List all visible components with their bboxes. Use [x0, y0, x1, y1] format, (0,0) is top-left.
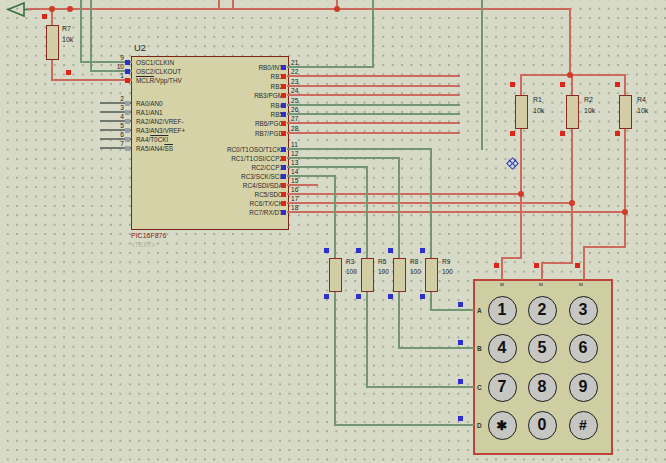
logic-state-square	[458, 340, 463, 345]
wire	[624, 127, 626, 248]
logic-state-square	[281, 103, 286, 108]
keypad-row-label: B	[477, 345, 482, 352]
wire	[287, 193, 522, 195]
logic-state-square	[281, 131, 286, 136]
ic-pin-name: RC2/CCP1	[133, 164, 283, 171]
wire	[366, 289, 368, 388]
wire	[334, 289, 336, 426]
ic-pin-name: RC6/TX/CK	[133, 200, 283, 207]
junction-dot	[569, 200, 575, 206]
keypad-key-0[interactable]: 0	[528, 411, 557, 440]
resistor-value: 100	[346, 268, 357, 275]
logic-state-square	[281, 210, 286, 215]
wire	[501, 257, 503, 280]
keypad-key-5[interactable]: 5	[528, 334, 557, 363]
wire	[541, 262, 543, 280]
resistor-r1[interactable]	[515, 95, 528, 129]
wire	[583, 246, 626, 248]
ic-pin-number: 21	[291, 59, 298, 66]
resistor-r5[interactable]	[361, 258, 374, 292]
schematic-canvas: U2 PIC16F876 <TEXT> OSC1/CLKIN9OSC2/CLKO…	[0, 0, 666, 463]
ic-pin-number: 5	[104, 122, 124, 129]
logic-state-square	[560, 131, 565, 136]
logic-state-square	[458, 302, 463, 307]
keypad-key-✱[interactable]: ✱	[488, 411, 517, 440]
resistor-ref: R4	[637, 96, 646, 103]
keypad-row-label: D	[477, 422, 482, 429]
ic-pin-number: 14	[291, 168, 298, 175]
resistor-r2[interactable]	[566, 95, 579, 129]
power-terminal-icon[interactable]	[5, 1, 33, 19]
wire	[583, 246, 585, 280]
resistor-ref: R9	[442, 258, 450, 265]
wire	[51, 57, 53, 81]
logic-state-square	[281, 165, 286, 170]
wire	[520, 74, 626, 76]
wire	[541, 262, 573, 264]
wire	[398, 289, 400, 349]
wire	[501, 257, 522, 259]
keypad-top-mark	[539, 283, 543, 286]
logic-state-square	[458, 416, 463, 421]
ic-pin-name: RB1	[133, 73, 283, 80]
resistor-value: 10k	[62, 36, 73, 43]
wire	[90, 0, 92, 72]
ic-pin-name: RC1/T1OSI/CCP2	[133, 155, 283, 162]
resistor-r3[interactable]	[329, 258, 342, 292]
ic-pin-number: 23	[291, 78, 298, 85]
ic-pin-number: 1	[104, 72, 124, 79]
junction-dot	[49, 6, 55, 12]
keypad-key-1[interactable]: 1	[488, 296, 517, 325]
ic-pin-number: 12	[291, 150, 298, 157]
junction-dot	[67, 6, 73, 12]
wire	[430, 309, 474, 311]
wire	[430, 148, 432, 259]
wire	[481, 0, 483, 150]
keypad-key-2[interactable]: 2	[528, 296, 557, 325]
keypad-key-6[interactable]: 6	[569, 334, 598, 363]
resistor-value: 10k	[533, 107, 544, 114]
resistor-r8[interactable]	[393, 258, 406, 292]
keypad-key-3[interactable]: 3	[569, 296, 598, 325]
wire	[287, 166, 368, 168]
wire	[287, 157, 400, 159]
ic-pin-name: RB6/PGC	[133, 120, 283, 127]
ic-pin-number: 27	[291, 115, 298, 122]
logic-state-square	[356, 248, 361, 253]
resistor-value: 100	[410, 268, 421, 275]
wire	[80, 0, 82, 63]
ic-pin-number: 2	[104, 95, 124, 102]
keypad-key-#[interactable]: #	[569, 411, 598, 440]
ic-pin-number: 18	[291, 204, 298, 211]
wire	[571, 127, 573, 264]
logic-state-square	[281, 147, 286, 152]
ic-pin-name: RB5	[133, 111, 283, 118]
wire	[287, 148, 432, 150]
wire	[287, 94, 460, 96]
logic-state-square	[281, 93, 286, 98]
keypad-key-7[interactable]: 7	[488, 373, 517, 402]
ic-pin-number: 25	[291, 97, 298, 104]
logic-state-square	[420, 294, 425, 299]
resistor-ref: R5	[378, 258, 386, 265]
ic-pin-name: RC7/RX/DT	[133, 209, 283, 216]
logic-state-square	[281, 174, 286, 179]
wire	[287, 132, 460, 134]
logic-state-square	[281, 84, 286, 89]
marker-diamond-icon	[506, 157, 519, 170]
ic-pin-name: RA4/T0CKI	[136, 136, 168, 143]
ic-pin-number: 7	[104, 140, 124, 147]
ic-pin-number: 15	[291, 177, 298, 184]
keypad-key-8[interactable]: 8	[528, 373, 557, 402]
ic-pin-number: 10	[104, 63, 124, 70]
resistor-r4[interactable]	[619, 95, 632, 129]
resistor-r7[interactable]	[46, 25, 59, 60]
wire	[28, 8, 570, 10]
resistor-r9[interactable]	[425, 258, 438, 292]
wire	[398, 157, 400, 259]
ic-pin-name: RC0/T1OSO/T1CKI	[133, 146, 283, 153]
keypad-key-4[interactable]: 4	[488, 334, 517, 363]
wire	[287, 66, 374, 68]
ic-pin-name: RC4/SDI/SDA	[133, 182, 283, 189]
keypad-key-9[interactable]: 9	[569, 373, 598, 402]
